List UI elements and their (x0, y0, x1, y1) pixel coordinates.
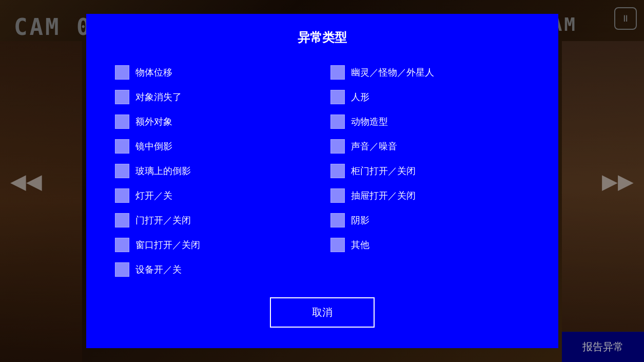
checkbox-item-device-on-off[interactable]: 设备开／关 (107, 257, 322, 282)
checkbox-item-extra-object[interactable]: 额外对象 (107, 109, 322, 134)
checkbox-item-drawer-open-close[interactable]: 抽屉打开／关闭 (322, 183, 538, 208)
checkbox-item-door-open-close[interactable]: 门打开／关闭 (107, 208, 322, 233)
modal-overlay: 异常类型 物体位移 对象消失了 额外对象 镜中倒影 (0, 0, 644, 362)
checkbox-item-shadow[interactable]: 阴影 (322, 208, 538, 233)
checkbox-item-other[interactable]: 其他 (322, 233, 538, 257)
checkbox-item-object-disappeared[interactable]: 对象消失了 (107, 85, 322, 109)
checkbox-item-humanoid[interactable]: 人形 (322, 85, 538, 109)
checkbox-box[interactable] (330, 65, 345, 80)
checkbox-box[interactable] (330, 238, 345, 252)
checkbox-item-glass-shadow[interactable]: 玻璃上的倒影 (107, 159, 322, 183)
checkbox-box[interactable] (115, 188, 129, 203)
checkbox-box[interactable] (330, 115, 345, 129)
checkbox-item-sound-noise[interactable]: 声音／噪音 (322, 134, 538, 159)
checkbox-box[interactable] (330, 164, 345, 178)
checkbox-item-window-open-close[interactable]: 窗口打开／关闭 (107, 233, 322, 257)
checkbox-column-right: 幽灵／怪物／外星人 人形 动物造型 声音／噪音 柜门打开／关闭 (322, 60, 538, 282)
checkbox-box[interactable] (115, 65, 129, 80)
modal-title: 异常类型 (107, 29, 538, 46)
checkbox-box[interactable] (115, 164, 129, 178)
checkbox-box[interactable] (115, 262, 129, 277)
checkbox-box[interactable] (115, 213, 129, 227)
checkbox-item-ghost[interactable]: 幽灵／怪物／外星人 (322, 60, 538, 85)
checkbox-box[interactable] (330, 90, 345, 104)
checkbox-box[interactable] (330, 139, 345, 154)
cancel-button-wrapper: 取消 (107, 297, 538, 328)
checkbox-column-left: 物体位移 对象消失了 额外对象 镜中倒影 玻璃上的倒影 (107, 60, 322, 282)
checkbox-box[interactable] (115, 139, 129, 154)
checkbox-box[interactable] (115, 238, 129, 252)
checkbox-item-animal[interactable]: 动物造型 (322, 109, 538, 134)
checkbox-item-light-on-off[interactable]: 灯开／关 (107, 183, 322, 208)
cancel-button[interactable]: 取消 (270, 297, 375, 328)
anomaly-type-modal: 异常类型 物体位移 对象消失了 额外对象 镜中倒影 (86, 14, 558, 348)
checkbox-box[interactable] (330, 213, 345, 227)
checkbox-item-object-moved[interactable]: 物体位移 (107, 60, 322, 85)
checkbox-box[interactable] (115, 90, 129, 104)
checkbox-item-mirror-shadow[interactable]: 镜中倒影 (107, 134, 322, 159)
checkbox-grid: 物体位移 对象消失了 额外对象 镜中倒影 玻璃上的倒影 (107, 60, 538, 282)
checkbox-box[interactable] (330, 188, 345, 203)
checkbox-box[interactable] (115, 115, 129, 129)
checkbox-item-cabinet-open-close[interactable]: 柜门打开／关闭 (322, 159, 538, 183)
